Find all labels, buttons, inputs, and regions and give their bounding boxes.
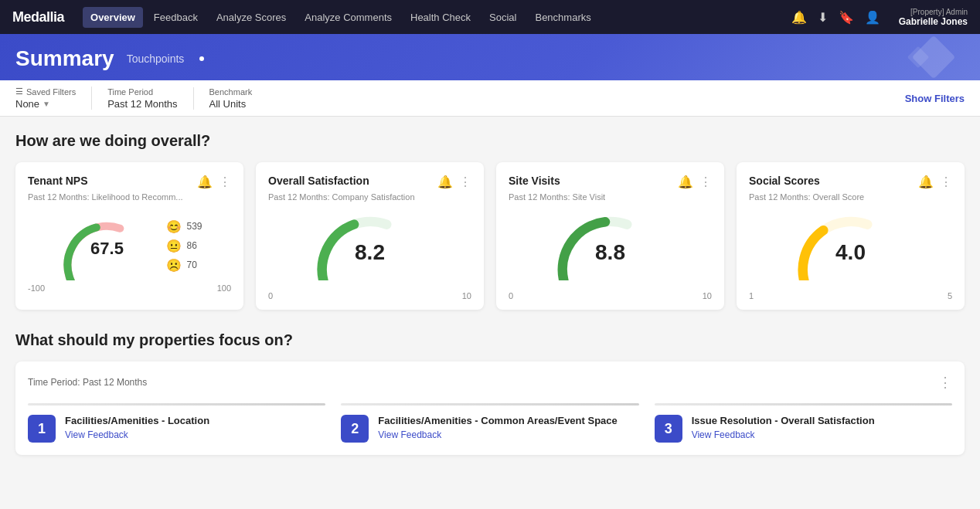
nav-action-icons: 🔔 ⬇ 🔖 👤 [Property] Admin Gabrielle Jones	[791, 8, 968, 27]
card-title: Site Visits	[509, 175, 560, 187]
gauge-legend: 1 5	[749, 291, 952, 300]
focus-time-period: Time Period: Past 12 Months	[28, 377, 147, 388]
gauge-value: 67.5	[90, 239, 124, 259]
user-role: [Property] Admin	[910, 8, 968, 16]
gauge-container: 4.0 1 5	[749, 211, 952, 300]
nav-link-health-check[interactable]: Health Check	[403, 7, 478, 28]
saved-filters-label: Saved Filters	[26, 87, 76, 97]
user-icon[interactable]: 👤	[865, 10, 880, 25]
overall-section-title: How are we doing overall?	[15, 132, 965, 150]
nps-layout: 67.5 😊 539 😐 86 ☹️ 70	[56, 211, 202, 280]
card-menu-icon[interactable]: ⋮	[940, 175, 952, 189]
nav-link-analyze-scores[interactable]: Analyze Scores	[209, 7, 294, 28]
focus-item-2: 2 Facilities/Amenities - Common Areas/Ev…	[341, 403, 638, 443]
brand-logo[interactable]: Medallia	[12, 9, 64, 25]
card-title: Overall Satisfaction	[268, 175, 369, 187]
score-cards-grid: Tenant NPS 🔔 ⋮ Past 12 Months: Likelihoo…	[15, 162, 965, 310]
focus-card-header: Time Period: Past 12 Months ⋮	[28, 374, 952, 391]
user-info: [Property] Admin Gabrielle Jones	[899, 8, 968, 27]
gauge-max: 10	[703, 291, 712, 300]
nps-stat-row: 😊 539	[166, 219, 202, 234]
touchpoints-tab[interactable]: Touchpoints	[127, 53, 185, 65]
card-subtitle: Past 12 Months: Likelihood to Recomm...	[28, 192, 231, 202]
focus-number: 1	[28, 415, 56, 443]
focus-view-feedback-link[interactable]: View Feedback	[65, 429, 128, 440]
card-bell-icon[interactable]: 🔔	[197, 175, 213, 189]
nps-emoji: 😐	[166, 239, 182, 253]
benchmark-label: Benchmark	[209, 87, 253, 97]
focus-item: 2 Facilities/Amenities - Common Areas/Ev…	[341, 415, 638, 443]
focus-item: 1 Facilities/Amenities - Location View F…	[28, 415, 325, 443]
card-header: Site Visits 🔔 ⋮	[509, 175, 712, 189]
nps-stat-row: ☹️ 70	[166, 258, 202, 273]
gauge-value: 8.2	[355, 240, 385, 265]
card-actions: 🔔 ⋮	[918, 175, 952, 189]
nav-link-analyze-comments[interactable]: Analyze Comments	[297, 7, 400, 28]
score-card-site-visits: Site Visits 🔔 ⋮ Past 12 Months: Site Vis…	[496, 162, 724, 310]
focus-card: Time Period: Past 12 Months ⋮ 1 Faciliti…	[15, 361, 965, 455]
card-actions: 🔔 ⋮	[678, 175, 712, 189]
card-subtitle: Past 12 Months: Site Visit	[509, 192, 712, 202]
gauge-wrapper: 8.2	[308, 211, 432, 288]
focus-divider	[341, 403, 638, 406]
card-header: Overall Satisfaction 🔔 ⋮	[268, 175, 471, 189]
nav-link-overview[interactable]: Overview	[83, 7, 143, 28]
nps-stats: 😊 539 😐 86 ☹️ 70	[166, 219, 202, 273]
notification-icon[interactable]: 🔔	[791, 10, 807, 25]
card-actions: 🔔 ⋮	[197, 175, 231, 189]
page-title: Summary	[15, 46, 114, 71]
focus-view-feedback-link[interactable]: View Feedback	[692, 429, 755, 440]
focus-menu-icon[interactable]: ⋮	[938, 374, 952, 391]
card-menu-icon[interactable]: ⋮	[459, 175, 471, 189]
focus-text: Facilities/Amenities - Common Areas/Even…	[378, 415, 638, 440]
download-icon[interactable]: ⬇	[818, 10, 828, 25]
focus-view-feedback-link[interactable]: View Feedback	[378, 429, 441, 440]
header-banner: Summary Touchpoints	[0, 34, 980, 80]
bookmark-icon[interactable]: 🔖	[839, 10, 854, 25]
nav-link-feedback[interactable]: Feedback	[146, 7, 206, 28]
filter-icon: ☰	[15, 87, 23, 97]
main-content: How are we doing overall? Tenant NPS 🔔 ⋮…	[0, 117, 980, 470]
gauge-value: 4.0	[835, 240, 866, 265]
focus-item-3: 3 Issue Resolution - Overall Satisfactio…	[655, 403, 952, 443]
focus-section-title: What should my properties focus on?	[15, 331, 965, 349]
card-menu-icon[interactable]: ⋮	[219, 175, 231, 189]
gauge-value: 8.8	[595, 240, 625, 265]
nav-link-benchmarks[interactable]: Benchmarks	[527, 7, 598, 28]
saved-filters-group: ☰ Saved Filters None ▼	[15, 87, 92, 110]
nps-count: 70	[186, 260, 196, 270]
focus-section: What should my properties focus on? Time…	[15, 331, 965, 455]
gauge-min: 1	[749, 291, 754, 300]
focus-divider	[28, 403, 325, 406]
card-bell-icon[interactable]: 🔔	[678, 175, 693, 189]
focus-item: 3 Issue Resolution - Overall Satisfactio…	[655, 415, 952, 443]
show-filters-button[interactable]: Show Filters	[905, 93, 965, 104]
gauge-legend: 0 10	[268, 291, 471, 300]
gauge-wrapper: 4.0	[789, 211, 913, 288]
benchmark-group: Benchmark All Units	[209, 87, 268, 110]
card-menu-icon[interactable]: ⋮	[699, 175, 712, 189]
card-bell-icon[interactable]: 🔔	[918, 175, 934, 189]
nps-stat-row: 😐 86	[166, 239, 202, 253]
score-card-social-scores: Social Scores 🔔 ⋮ Past 12 Months: Overal…	[737, 162, 965, 310]
focus-divider	[655, 403, 952, 406]
saved-filters-select[interactable]: None ▼	[15, 98, 76, 110]
time-period-group: Time Period Past 12 Months	[107, 87, 193, 110]
gauge-container: 67.5 😊 539 😐 86 ☹️ 70 -100 100	[28, 211, 231, 293]
focus-item-name: Facilities/Amenities - Location	[65, 415, 325, 428]
gauge-wrapper: 67.5	[56, 211, 157, 280]
nps-emoji: 😊	[166, 219, 182, 234]
gauge-max: 10	[462, 291, 471, 300]
nav-link-social[interactable]: Social	[481, 7, 524, 28]
user-name: Gabrielle Jones	[899, 16, 968, 27]
nps-count: 539	[186, 221, 202, 232]
card-title: Social Scores	[749, 175, 820, 187]
header-dot-indicator	[199, 56, 204, 61]
focus-item-1: 1 Facilities/Amenities - Location View F…	[28, 403, 325, 443]
score-card-tenant-nps: Tenant NPS 🔔 ⋮ Past 12 Months: Likelihoo…	[15, 162, 243, 310]
filters-bar: ☰ Saved Filters None ▼ Time Period Past …	[0, 80, 980, 117]
card-bell-icon[interactable]: 🔔	[437, 175, 453, 189]
focus-text: Issue Resolution - Overall Satisfaction …	[692, 415, 952, 440]
focus-number: 3	[655, 415, 682, 443]
time-period-label: Time Period	[107, 87, 153, 97]
